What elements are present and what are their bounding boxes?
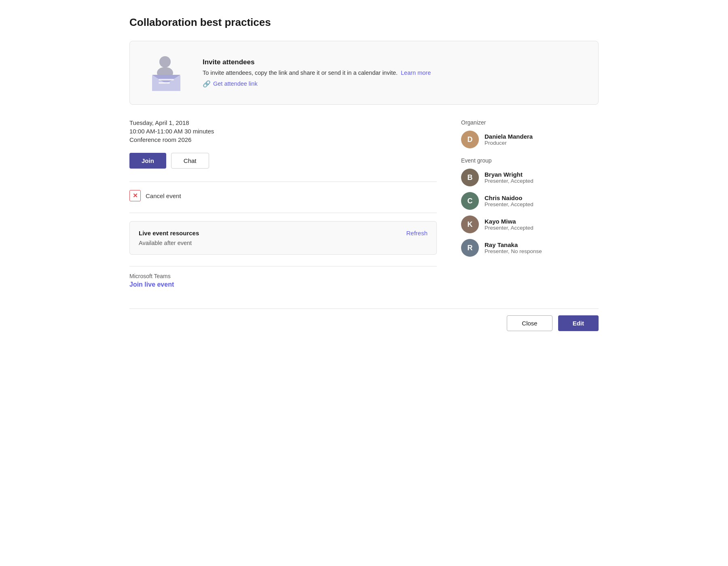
- bottom-actions: Close Edit: [129, 308, 599, 331]
- invite-card: Invite attendees To invite attendees, co…: [129, 41, 599, 105]
- member-info-3: Ray Tanaka Presenter, No response: [485, 241, 542, 254]
- action-buttons: Join Chat: [129, 153, 437, 169]
- right-panel: Organizer D Daniela Mandera Producer Eve…: [461, 119, 599, 288]
- cancel-event-row[interactable]: ✕ Cancel event: [129, 190, 437, 201]
- page-title: Collaboration best practices: [129, 16, 599, 29]
- avatar-bryan: B: [461, 169, 479, 186]
- event-time: 10:00 AM-11:00 AM 30 minutes: [129, 128, 437, 135]
- invite-illustration: [142, 53, 190, 93]
- attendee-link[interactable]: 🔗 Get attendee link: [203, 80, 431, 88]
- svg-point-0: [159, 56, 171, 68]
- invite-description: To invite attendees, copy the link and s…: [203, 70, 431, 76]
- organizer-role: Producer: [485, 140, 533, 146]
- close-button[interactable]: Close: [507, 315, 552, 331]
- invite-text: Invite attendees To invite attendees, co…: [203, 58, 431, 88]
- event-room: Conference room 2026: [129, 136, 437, 143]
- avatar-kayo: K: [461, 215, 479, 233]
- link-icon: 🔗: [203, 80, 211, 88]
- resources-card: Live event resources Refresh Available a…: [129, 221, 437, 255]
- divider-3: [129, 266, 437, 266]
- member-info-1: Chris Naidoo Presenter, Accepted: [485, 194, 533, 207]
- resources-header: Live event resources Refresh: [139, 230, 427, 237]
- member-name-0: Bryan Wright: [485, 171, 533, 178]
- organizer-info: Daniela Mandera Producer: [485, 133, 533, 146]
- learn-more-link[interactable]: Learn more: [401, 70, 431, 76]
- chat-button[interactable]: Chat: [171, 153, 209, 169]
- resources-available: Available after event: [139, 240, 427, 246]
- join-button[interactable]: Join: [129, 153, 166, 169]
- svg-rect-5: [159, 82, 170, 84]
- member-name-3: Ray Tanaka: [485, 241, 542, 248]
- edit-button[interactable]: Edit: [558, 315, 599, 331]
- member-name-1: Chris Naidoo: [485, 194, 533, 201]
- join-live-link[interactable]: Join live event: [129, 281, 174, 288]
- organizer-row: D Daniela Mandera Producer: [461, 131, 599, 148]
- cancel-event-label: Cancel event: [146, 192, 181, 199]
- organizer-name: Daniela Mandera: [485, 133, 533, 140]
- event-date: Tuesday, April 1, 2018: [129, 119, 437, 126]
- resources-title: Live event resources: [139, 230, 199, 237]
- member-role-1: Presenter, Accepted: [485, 201, 533, 207]
- ms-teams-label: Microsoft Teams: [129, 273, 437, 279]
- invite-heading: Invite attendees: [203, 58, 431, 66]
- left-panel: Tuesday, April 1, 2018 10:00 AM-11:00 AM…: [129, 119, 437, 288]
- svg-rect-4: [159, 79, 174, 80]
- main-content: Tuesday, April 1, 2018 10:00 AM-11:00 AM…: [129, 119, 599, 288]
- refresh-link[interactable]: Refresh: [406, 230, 427, 237]
- member-info-2: Kayo Miwa Presenter, Accepted: [485, 218, 533, 231]
- divider-2: [129, 213, 437, 213]
- member-role-0: Presenter, Accepted: [485, 178, 533, 184]
- member-row-1: C Chris Naidoo Presenter, Accepted: [461, 192, 599, 210]
- member-role-3: Presenter, No response: [485, 248, 542, 254]
- member-role-2: Presenter, Accepted: [485, 225, 533, 231]
- cancel-x-icon: ✕: [129, 190, 141, 201]
- avatar-chris: C: [461, 192, 479, 210]
- avatar-daniela: D: [461, 131, 479, 148]
- member-row-0: B Bryan Wright Presenter, Accepted: [461, 169, 599, 186]
- avatar-ray: R: [461, 239, 479, 257]
- divider-1: [129, 182, 437, 182]
- member-info-0: Bryan Wright Presenter, Accepted: [485, 171, 533, 184]
- member-row-2: K Kayo Miwa Presenter, Accepted: [461, 215, 599, 233]
- member-name-2: Kayo Miwa: [485, 218, 533, 225]
- member-row-3: R Ray Tanaka Presenter, No response: [461, 239, 599, 257]
- event-group-label: Event group: [461, 157, 599, 164]
- organizer-label: Organizer: [461, 119, 599, 126]
- modal-container: Collaboration best practices Invite atte…: [113, 0, 615, 566]
